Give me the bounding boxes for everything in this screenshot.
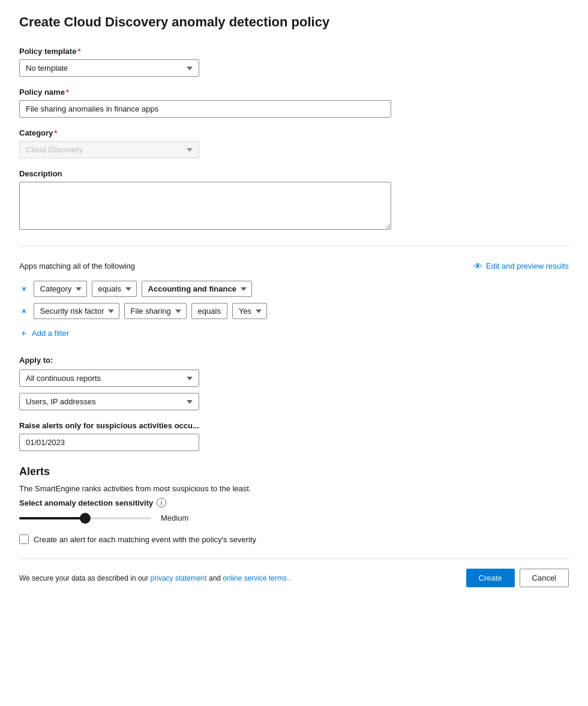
- alert-severity-label: Create an alert for each matching event …: [34, 535, 256, 544]
- cancel-button[interactable]: Cancel: [520, 569, 569, 587]
- filter-row-1: × Category equals Accounting and finance: [19, 281, 569, 297]
- add-filter-button[interactable]: ＋ Add a filter: [19, 325, 69, 341]
- description-label: Description: [19, 169, 569, 178]
- checkbox-row: Create an alert for each matching event …: [19, 534, 569, 544]
- slider-fill: [19, 517, 85, 519]
- alerts-description: The SmartEngine ranks activities from mo…: [19, 484, 569, 493]
- description-input[interactable]: [19, 182, 391, 230]
- apply-to-dropdown[interactable]: All continuous reports: [19, 369, 199, 387]
- add-filter-label: Add a filter: [32, 329, 69, 338]
- filter-1-operator-dropdown[interactable]: equals: [92, 281, 137, 297]
- slider-track: [19, 517, 151, 519]
- filter-1-remove-button[interactable]: ×: [19, 284, 29, 294]
- filter-2-equals-tag: equals: [191, 303, 227, 319]
- category-label: Category*: [19, 128, 569, 137]
- policy-template-label: Policy template*: [19, 47, 569, 56]
- info-icon[interactable]: i: [157, 498, 166, 507]
- filter-2-subfield-dropdown[interactable]: File sharing: [124, 303, 187, 319]
- filter-2-field-dropdown[interactable]: Security risk factor: [34, 303, 119, 319]
- filter-2-value-dropdown[interactable]: Yes: [232, 303, 267, 319]
- plus-icon: ＋: [19, 328, 28, 339]
- alerts-title: Alerts: [19, 465, 569, 478]
- edit-preview-link[interactable]: 👁 Edit and preview results: [473, 261, 569, 271]
- raise-alerts-date-input[interactable]: 01/01/2023: [19, 434, 199, 451]
- category-dropdown[interactable]: Cloud Discovery: [19, 141, 199, 158]
- apply-to-label: Apply to:: [19, 356, 569, 365]
- page-title: Create Cloud Discovery anomaly detection…: [19, 14, 569, 30]
- slider-thumb[interactable]: [80, 513, 91, 524]
- footer-text: We secure your data as described in our …: [19, 574, 291, 582]
- filter-2-remove-button[interactable]: ×: [19, 306, 29, 316]
- edit-preview-label: Edit and preview results: [486, 262, 569, 271]
- apply-to-2-dropdown[interactable]: Users, IP addresses: [19, 393, 199, 410]
- sensitivity-slider-container: Medium: [19, 513, 569, 522]
- create-button[interactable]: Create: [466, 569, 515, 587]
- divider-1: [19, 246, 569, 247]
- raise-alerts-label: Raise alerts only for suspicious activit…: [19, 421, 569, 430]
- footer-bar: We secure your data as described in our …: [19, 558, 569, 587]
- filter-1-value-dropdown[interactable]: Accounting and finance: [142, 281, 252, 297]
- policy-name-label: Policy name*: [19, 88, 569, 97]
- filter-1-field-dropdown[interactable]: Category: [34, 281, 87, 297]
- slider-value-label: Medium: [161, 513, 188, 522]
- filters-title: Apps matching all of the following: [19, 262, 135, 271]
- online-service-terms-link[interactable]: online service terms: [223, 574, 287, 582]
- sensitivity-label: Select anomaly detection sensitivity i: [19, 498, 569, 507]
- eye-icon: 👁: [473, 261, 482, 271]
- filter-row-2: × Security risk factor File sharing equa…: [19, 303, 569, 319]
- footer-buttons: Create Cancel: [466, 569, 569, 587]
- alert-severity-checkbox[interactable]: [19, 534, 29, 544]
- policy-template-dropdown[interactable]: No template: [19, 59, 199, 77]
- privacy-statement-link[interactable]: privacy statement: [151, 574, 207, 582]
- policy-name-input[interactable]: File sharing anomalies in finance apps: [19, 100, 391, 118]
